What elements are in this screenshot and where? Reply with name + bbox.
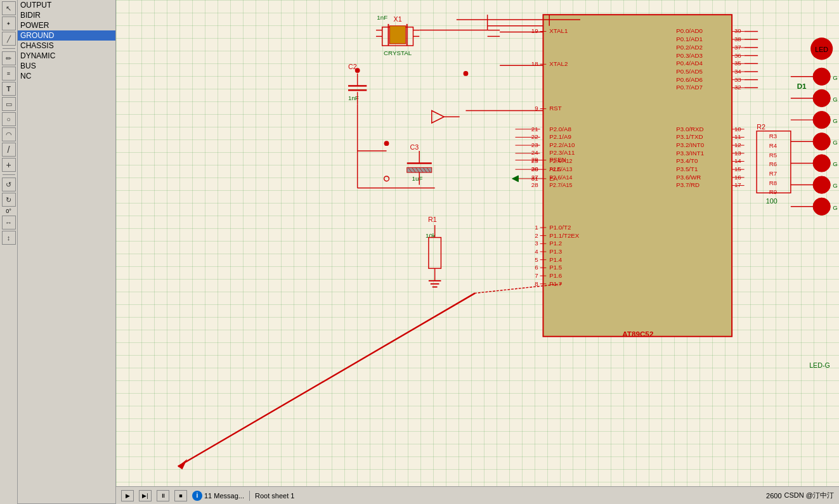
- svg-text:P2.2/A10: P2.2/A10: [549, 141, 575, 148]
- svg-text:100: 100: [766, 197, 777, 205]
- line-tool[interactable]: /: [2, 143, 16, 157]
- net-item-output[interactable]: OUTPUT: [18, 0, 115, 10]
- svg-text:39: 39: [734, 27, 741, 34]
- net-item-nc[interactable]: NC: [18, 71, 115, 81]
- svg-text:10: 10: [734, 126, 741, 132]
- svg-text:P2.4/A12: P2.4/A12: [549, 158, 572, 164]
- svg-point-33: [384, 141, 389, 146]
- arc-tool[interactable]: ◠: [2, 127, 16, 141]
- separator-1: [3, 48, 15, 49]
- net-item-ground[interactable]: GROUND: [18, 30, 115, 41]
- net-item-dynamic[interactable]: DYNAMIC: [18, 51, 115, 61]
- mirror-v-button[interactable]: ↕: [2, 231, 16, 245]
- svg-text:P0.3/AD3: P0.3/AD3: [676, 52, 703, 59]
- svg-line-0: [178, 293, 475, 466]
- svg-text:P2.1/A9: P2.1/A9: [549, 133, 571, 140]
- svg-text:LED-G: LED-G: [809, 361, 830, 369]
- step-button[interactable]: ▶|: [139, 490, 152, 501]
- redo-button[interactable]: ↻: [2, 193, 16, 207]
- separator: [249, 491, 250, 501]
- svg-text:C3: C3: [410, 143, 419, 151]
- net-item-bus[interactable]: BUS: [18, 61, 115, 71]
- svg-text:28: 28: [531, 182, 538, 189]
- net-item-bidir[interactable]: BIDIR: [18, 10, 115, 20]
- status-right: 2600 CSDN @汀中汀: [766, 491, 834, 500]
- svg-point-185: [813, 68, 830, 85]
- svg-text:26: 26: [531, 165, 538, 172]
- message-count[interactable]: 11 Messag...: [204, 492, 244, 500]
- svg-text:2: 2: [535, 232, 538, 239]
- svg-text:25: 25: [531, 157, 538, 164]
- svg-text:P0.7/AD7: P0.7/AD7: [676, 84, 703, 91]
- mirror-h-button[interactable]: ↔: [2, 216, 16, 229]
- svg-text:P2.5/A13: P2.5/A13: [549, 166, 572, 172]
- pause-button[interactable]: ⏸: [157, 490, 169, 501]
- svg-text:G: G: [833, 204, 838, 211]
- svg-text:6: 6: [535, 264, 538, 271]
- svg-text:P2.7/A15: P2.7/A15: [549, 183, 572, 189]
- stop-button[interactable]: ■: [174, 490, 187, 501]
- sheet-name: Root sheet 1: [255, 492, 294, 500]
- svg-text:37: 37: [734, 44, 741, 51]
- svg-text:21: 21: [531, 126, 538, 132]
- svg-text:7: 7: [535, 272, 538, 279]
- cursor-tool[interactable]: ↖: [2, 1, 16, 15]
- svg-point-190: [813, 176, 830, 193]
- svg-text:P1.5: P1.5: [549, 264, 563, 271]
- svg-marker-1: [178, 459, 188, 470]
- svg-text:8: 8: [535, 280, 538, 287]
- svg-rect-9: [389, 26, 405, 44]
- left-toolbar: ↖ ✦ ╱ ✏ ≡ T ▭ ○ ◠ / + ↺ ↻ 0° ↔ ↕: [0, 0, 18, 504]
- svg-text:P3.2/INT0: P3.2/INT0: [676, 141, 704, 148]
- svg-text:P3.5/T1: P3.5/T1: [676, 165, 698, 172]
- svg-text:14: 14: [734, 157, 741, 164]
- canvas-area[interactable]: X1 CRYSTAL 1nF C2 1nF: [116, 0, 839, 504]
- highlight-tool[interactable]: ✦: [2, 16, 16, 30]
- svg-text:LED: LED: [815, 46, 828, 53]
- svg-text:35: 35: [734, 60, 741, 67]
- svg-text:36: 36: [734, 52, 741, 59]
- play-button[interactable]: ▶: [121, 490, 134, 501]
- svg-text:P3.0/RXD: P3.0/RXD: [676, 126, 703, 132]
- svg-text:22: 22: [531, 133, 538, 140]
- info-icon: i: [192, 491, 202, 501]
- svg-rect-26: [407, 167, 432, 172]
- svg-text:R2: R2: [757, 123, 765, 131]
- svg-text:G: G: [833, 74, 838, 81]
- svg-text:RST: RST: [549, 105, 562, 112]
- svg-point-189: [813, 155, 830, 172]
- text-tool[interactable]: T: [2, 82, 16, 96]
- wire-tool[interactable]: ╱: [2, 32, 16, 46]
- svg-text:12: 12: [734, 141, 741, 148]
- pencil-tool[interactable]: ✏: [2, 51, 16, 65]
- svg-text:AT89C52: AT89C52: [622, 330, 654, 338]
- svg-text:P1.7: P1.7: [549, 280, 562, 287]
- svg-text:G: G: [833, 182, 838, 189]
- svg-text:R5: R5: [769, 152, 777, 158]
- svg-rect-38: [429, 238, 441, 269]
- svg-text:32: 32: [734, 84, 741, 91]
- svg-text:P2.6/A14: P2.6/A14: [549, 174, 572, 181]
- svg-text:XTAL1: XTAL1: [549, 27, 568, 34]
- add-tool[interactable]: +: [2, 158, 16, 172]
- svg-text:4: 4: [535, 248, 538, 255]
- svg-text:R1: R1: [428, 216, 437, 223]
- svg-text:P0.5/AD5: P0.5/AD5: [676, 68, 703, 75]
- net-item-chassis[interactable]: CHASSIS: [18, 41, 115, 51]
- svg-text:13: 13: [734, 150, 741, 157]
- svg-text:P2.0/A8: P2.0/A8: [549, 126, 571, 132]
- svg-text:34: 34: [734, 68, 741, 75]
- circle-tool[interactable]: ○: [2, 112, 16, 126]
- svg-text:18: 18: [531, 60, 538, 67]
- undo-button[interactable]: ↺: [2, 178, 16, 191]
- svg-text:P0.1/AD1: P0.1/AD1: [676, 36, 703, 42]
- svg-text:R3: R3: [769, 132, 777, 139]
- svg-text:CRYSTAL: CRYSTAL: [384, 49, 412, 56]
- svg-text:X1: X1: [394, 15, 402, 23]
- net-item-power[interactable]: POWER: [18, 20, 115, 30]
- rect-tool[interactable]: ▭: [2, 97, 16, 111]
- svg-text:38: 38: [734, 36, 741, 42]
- label-tool[interactable]: ≡: [2, 67, 16, 81]
- svg-text:P0.2/AD2: P0.2/AD2: [676, 44, 703, 51]
- svg-text:17: 17: [734, 182, 741, 189]
